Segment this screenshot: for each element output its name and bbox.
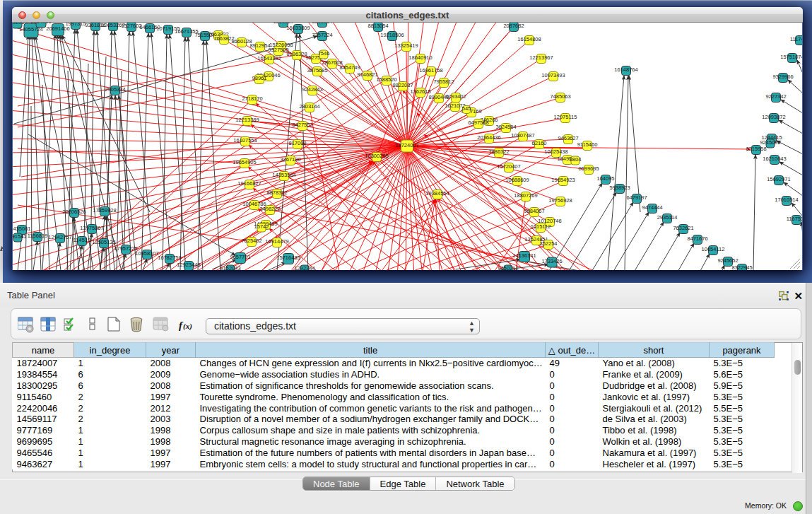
svg-text:98961: 98961 — [252, 75, 267, 81]
svg-text:10958107: 10958107 — [135, 250, 158, 257]
svg-text:3267130: 3267130 — [280, 156, 300, 163]
svg-text:16210643: 16210643 — [763, 156, 786, 162]
svg-text:20364436: 20364436 — [477, 134, 500, 141]
svg-text:10807487: 10807487 — [511, 132, 534, 139]
svg-text:8215958: 8215958 — [746, 146, 766, 152]
svg-text:9804: 9804 — [570, 156, 582, 163]
svg-text:18300295: 18300295 — [365, 153, 388, 159]
svg-text:12093872: 12093872 — [762, 114, 785, 120]
svg-text:9657791: 9657791 — [230, 254, 250, 260]
svg-text:17957225: 17957225 — [114, 245, 137, 252]
svg-text:18640910: 18640910 — [408, 54, 432, 61]
svg-text:16148764: 16148764 — [614, 66, 637, 73]
svg-text:9227342: 9227342 — [765, 93, 786, 100]
svg-text:3498222: 3498222 — [259, 206, 280, 212]
svg-text:9329966: 9329966 — [772, 74, 793, 80]
svg-text:252254: 252254 — [539, 240, 557, 247]
svg-text:0699695: 0699695 — [578, 165, 599, 172]
svg-text:8186328: 8186328 — [286, 51, 307, 57]
svg-text:1292344: 1292344 — [294, 265, 314, 270]
svg-text:1733426: 1733426 — [541, 258, 562, 264]
svg-text:15751074: 15751074 — [780, 54, 802, 60]
svg-text:9884067: 9884067 — [524, 208, 544, 214]
svg-text:9245092: 9245092 — [760, 139, 780, 146]
svg-text:1117405: 1117405 — [790, 36, 802, 42]
svg-text:15742: 15742 — [254, 223, 269, 230]
svg-text:1167534: 1167534 — [787, 216, 802, 222]
svg-text:1362615: 1362615 — [410, 88, 430, 95]
svg-text:2718170: 2718170 — [242, 95, 262, 102]
svg-text:12942757: 12942757 — [48, 234, 71, 240]
svg-text:10973493: 10973493 — [541, 72, 565, 78]
svg-text:6497568: 6497568 — [468, 119, 488, 126]
svg-text:8878332: 8878332 — [266, 189, 287, 196]
svg-text:13975867: 13975867 — [80, 225, 103, 231]
svg-text:16107553: 16107553 — [233, 137, 257, 144]
svg-text:19384554: 19384554 — [425, 190, 449, 197]
svg-text:10654112: 10654112 — [702, 246, 725, 252]
svg-text:7632621: 7632621 — [673, 225, 693, 231]
svg-text:8471676: 8471676 — [687, 235, 707, 242]
svg-text:6793402: 6793402 — [445, 93, 466, 100]
svg-text:19166827: 19166827 — [237, 180, 261, 187]
svg-text:1156819: 1156819 — [28, 233, 48, 239]
svg-text:8454749: 8454749 — [339, 64, 360, 71]
svg-text:2905334: 2905334 — [105, 86, 125, 93]
svg-text:19654905: 19654905 — [233, 159, 256, 165]
svg-text:62160: 62160 — [532, 140, 547, 146]
svg-text:8822037: 8822037 — [392, 82, 413, 88]
svg-text:7955812: 7955812 — [433, 78, 454, 85]
svg-text:114519: 114519 — [73, 237, 90, 243]
svg-text:14353584: 14353584 — [272, 172, 295, 178]
svg-text:16033809: 16033809 — [286, 25, 310, 31]
svg-text:8427552: 8427552 — [292, 122, 312, 128]
svg-text:9474444: 9474444 — [642, 204, 662, 211]
svg-text:10688609: 10688609 — [505, 177, 529, 183]
svg-text:9450212: 9450212 — [498, 265, 518, 270]
svg-text:8813054: 8813054 — [312, 23, 332, 25]
svg-text:15692971: 15692971 — [767, 176, 790, 182]
svg-text:9146821: 9146821 — [357, 71, 377, 78]
svg-text:16543382: 16543382 — [257, 55, 281, 62]
svg-text:16914479: 16914479 — [265, 238, 288, 245]
svg-text:435061: 435061 — [13, 226, 30, 232]
svg-text:2935114: 2935114 — [657, 214, 678, 221]
svg-text:12923448: 12923448 — [177, 262, 200, 268]
svg-text:3875685: 3875685 — [307, 67, 327, 74]
svg-text:7357224: 7357224 — [312, 32, 332, 38]
svg-text:17359928: 17359928 — [93, 207, 116, 214]
svg-text:13325419: 13325419 — [394, 42, 418, 49]
svg-text:14136141: 14136141 — [512, 252, 536, 259]
svg-text:1615112: 1615112 — [531, 223, 551, 230]
svg-text:164095: 164095 — [596, 175, 614, 182]
svg-text:18807269: 18807269 — [514, 192, 537, 199]
svg-text:19654923: 19654923 — [551, 177, 575, 183]
svg-text:15716485: 15716485 — [276, 255, 300, 261]
svg-text:545: 545 — [462, 105, 471, 112]
svg-text:7886322: 7886322 — [488, 148, 509, 155]
svg-text:391541: 391541 — [13, 233, 27, 240]
svg-text:7546: 7546 — [318, 50, 330, 57]
svg-text:12213967: 12213967 — [529, 54, 553, 61]
svg-text:17010514: 17010514 — [775, 197, 798, 203]
svg-text:8813054: 8813054 — [367, 23, 388, 29]
svg-text:7625402: 7625402 — [241, 238, 261, 244]
svg-text:9245652: 9245652 — [717, 257, 738, 264]
svg-text:16154808: 16154808 — [517, 36, 541, 42]
svg-text:10025438: 10025438 — [544, 148, 567, 155]
svg-text:1997315: 1997315 — [65, 23, 86, 27]
svg-text:7485063: 7485063 — [550, 93, 570, 100]
svg-text:19218506: 19218506 — [380, 32, 404, 38]
svg-text:1527602: 1527602 — [121, 23, 141, 29]
svg-text:16782759: 16782759 — [158, 255, 181, 261]
svg-text:12975115: 12975115 — [554, 114, 577, 120]
svg-text:8912954: 8912954 — [249, 42, 270, 49]
svg-text:9115460: 9115460 — [577, 141, 598, 148]
svg-text:3624554: 3624554 — [495, 124, 516, 130]
svg-text:15720407: 15720407 — [497, 163, 520, 170]
svg-text:19756928: 19756928 — [548, 197, 572, 204]
svg-text:(x): (x) — [183, 322, 192, 331]
svg-text:9327505: 9327505 — [268, 47, 288, 53]
svg-text:9463627: 9463627 — [558, 135, 578, 141]
svg-text:12213389: 12213389 — [235, 117, 259, 123]
